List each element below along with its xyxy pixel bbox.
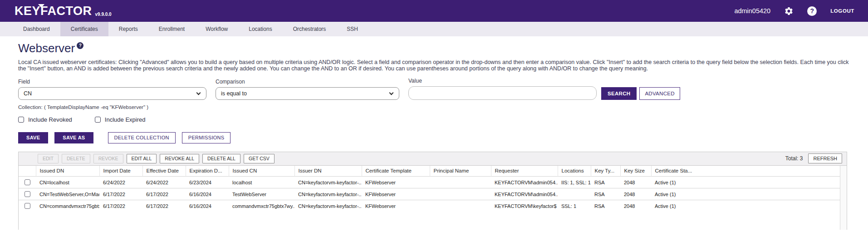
- col-key-size[interactable]: Key Size: [620, 166, 651, 177]
- total-count: Total: 3: [785, 155, 803, 162]
- cell-issuer-dn: CN=keyfactorvm-keyfactor-...: [294, 188, 362, 200]
- main-nav: Dashboard Certificates Reports Enrollmen…: [0, 22, 868, 36]
- logged-in-username: admin05420: [734, 7, 770, 15]
- include-expired-checkbox[interactable]: [95, 117, 101, 123]
- nav-item-orchestrators[interactable]: Orchestrators: [283, 22, 337, 36]
- certificate-table: Issued DN Import Date Effective Date Exp…: [19, 166, 847, 212]
- permissions-button[interactable]: PERMISSIONS: [182, 132, 231, 143]
- col-locations[interactable]: Locations: [558, 166, 591, 177]
- save-button[interactable]: SAVE: [18, 132, 48, 143]
- search-button[interactable]: SEARCH: [601, 87, 637, 100]
- include-expired-label: Include Expired: [105, 116, 146, 123]
- nav-item-reports[interactable]: Reports: [108, 22, 148, 36]
- cell-import-date: 6/24/2022: [99, 177, 142, 188]
- cell-key-type: RSA: [591, 177, 620, 188]
- field-select[interactable]: CN: [18, 87, 206, 100]
- cell-certificate-template: KFWebserver: [362, 200, 430, 212]
- cell-effective-date: 6/24/2022: [142, 177, 186, 188]
- delete-all-button[interactable]: DELETE ALL: [202, 154, 240, 163]
- app-version: v9.9.0.0: [95, 12, 112, 17]
- comparison-select[interactable]: is equal to: [216, 87, 399, 100]
- row-checkbox[interactable]: [25, 191, 30, 197]
- refresh-button[interactable]: REFRESH: [808, 153, 842, 163]
- value-input[interactable]: [408, 86, 597, 100]
- save-as-button[interactable]: SAVE AS: [54, 132, 93, 143]
- help-icon[interactable]: ?: [807, 6, 817, 16]
- cell-issued-dn: CN=TestWebServer,O=Mac...: [36, 188, 99, 200]
- cell-principal-name: [430, 200, 491, 212]
- col-effective-date[interactable]: Effective Date: [142, 166, 186, 177]
- collection-actions: SAVE SAVE AS DELETE COLLECTION PERMISSIO…: [18, 132, 851, 143]
- col-issued-cn[interactable]: Issued CN: [229, 166, 294, 177]
- gear-icon[interactable]: [784, 6, 794, 16]
- grid-scrollbar[interactable]: [840, 166, 847, 230]
- col-import-date[interactable]: Import Date: [99, 166, 142, 177]
- cell-certificate-status: Active (1): [651, 177, 847, 188]
- cell-principal-name: [430, 177, 491, 188]
- cell-certificate-status: Active (1): [651, 200, 847, 212]
- table-row[interactable]: CN=commandvmxctr75gbtx... 6/17/2022 6/17…: [19, 200, 847, 212]
- include-revoked-checkbox[interactable]: [18, 117, 24, 123]
- nav-item-certificates[interactable]: Certificates: [60, 22, 108, 36]
- col-certificate-template[interactable]: Certificate Template: [362, 166, 430, 177]
- delete-collection-button[interactable]: DELETE COLLECTION: [108, 132, 176, 143]
- select-all-header: [19, 166, 36, 177]
- cell-requester: KEYFACTORVM\admin054...: [491, 177, 558, 188]
- include-options: Include Revoked Include Expired: [18, 116, 851, 123]
- cell-locations: IIS: 1, SSL: 1: [558, 177, 591, 188]
- cell-key-size: 2048: [620, 177, 651, 188]
- page-content: Webserver ? Local CA issued webserver ce…: [0, 36, 868, 230]
- revoke-button: REVOKE: [93, 154, 123, 163]
- cell-issuer-dn: CN=keyfactorvm-keyfactor-...: [294, 200, 362, 212]
- grid-toolbar: EDIT DELETE REVOKE EDIT ALL REVOKE ALL D…: [19, 152, 847, 166]
- nav-item-enrollment[interactable]: Enrollment: [148, 22, 195, 36]
- nav-item-locations[interactable]: Locations: [238, 22, 282, 36]
- row-checkbox[interactable]: [25, 179, 30, 185]
- col-expiration-date[interactable]: Expiration D...: [186, 166, 229, 177]
- cell-key-type: RSA: [591, 188, 620, 200]
- cell-key-size: 2048: [620, 188, 651, 200]
- cell-certificate-status: Active (1): [651, 188, 847, 200]
- cell-issued-dn: CN=commandvmxctr75gbtx...: [36, 200, 99, 212]
- include-expired-option[interactable]: Include Expired: [95, 116, 146, 123]
- cell-principal-name: [430, 188, 491, 200]
- table-header-row: Issued DN Import Date Effective Date Exp…: [19, 166, 847, 177]
- value-label: Value: [408, 78, 597, 84]
- advanced-button[interactable]: ADVANCED: [639, 87, 680, 100]
- nav-item-workflow[interactable]: Workflow: [195, 22, 238, 36]
- chevron-down-icon: [196, 90, 201, 95]
- cell-expiration-date: 6/16/2024: [186, 200, 229, 212]
- field-label: Field: [18, 79, 206, 85]
- page-description: Local CA issued webserver certificates: …: [18, 59, 851, 72]
- col-principal-name[interactable]: Principal Name: [430, 166, 491, 177]
- cell-certificate-template: KFWebserver: [362, 177, 430, 188]
- row-checkbox[interactable]: [25, 203, 30, 209]
- get-csv-button[interactable]: GET CSV: [244, 154, 275, 163]
- nav-item-dashboard[interactable]: Dashboard: [13, 22, 60, 36]
- delete-button: DELETE: [62, 154, 90, 163]
- cell-import-date: 6/17/2022: [99, 188, 142, 200]
- include-revoked-option[interactable]: Include Revoked: [18, 116, 72, 123]
- col-issuer-dn[interactable]: Issuer DN: [294, 166, 362, 177]
- col-requester[interactable]: Requester: [491, 166, 558, 177]
- edit-button: EDIT: [38, 154, 59, 163]
- edit-all-button[interactable]: EDIT ALL: [127, 154, 157, 163]
- cell-issued-dn: CN=localhost: [36, 177, 99, 188]
- title-help-icon[interactable]: ?: [77, 42, 83, 49]
- table-row[interactable]: CN=localhost 6/24/2022 6/24/2022 6/23/20…: [19, 177, 847, 188]
- search-form: Field CN Comparison is equal to Value SE…: [18, 78, 851, 100]
- cell-import-date: 6/17/2022: [99, 200, 142, 212]
- cell-locations: SSL: 1: [558, 200, 591, 212]
- page-title: Webserver: [18, 42, 75, 55]
- cell-requester: KEYFACTORVM\keyfactor$: [491, 200, 558, 212]
- cell-issued-cn: TestWebServer: [229, 188, 294, 200]
- col-key-type[interactable]: Key Ty...: [591, 166, 620, 177]
- table-row[interactable]: CN=TestWebServer,O=Mac... 6/17/2022 6/17…: [19, 188, 847, 200]
- revoke-all-button[interactable]: REVOKE ALL: [160, 154, 199, 163]
- nav-item-ssh[interactable]: SSH: [336, 22, 368, 36]
- logout-button[interactable]: LOGOUT: [830, 8, 854, 14]
- col-issued-dn[interactable]: Issued DN: [36, 166, 99, 177]
- comparison-label: Comparison: [216, 79, 399, 85]
- logo-caret-icon: [38, 4, 44, 8]
- col-certificate-status[interactable]: Certificate Sta...: [651, 166, 847, 177]
